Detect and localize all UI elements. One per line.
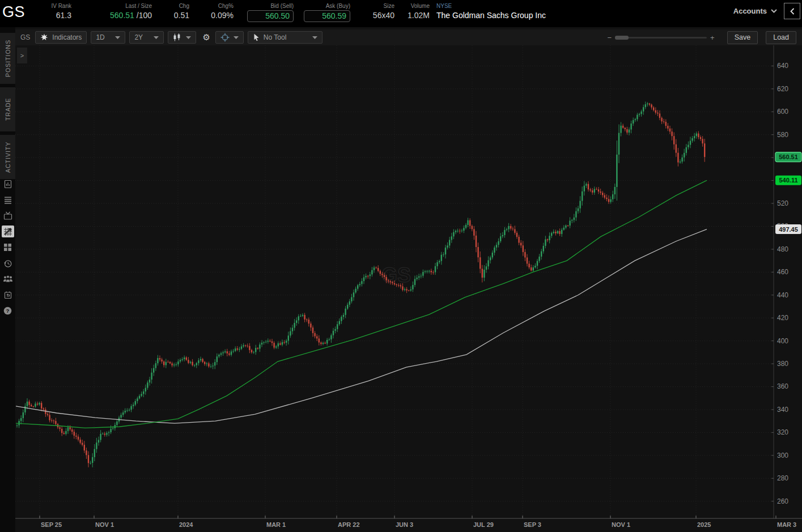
svg-text:APR 22: APR 22 [338,521,360,528]
zoom-out-button[interactable]: − [604,33,616,42]
svg-text:400: 400 [777,337,788,345]
save-button[interactable]: Save [727,31,758,44]
svg-text:?: ? [6,308,10,314]
company-name: The Goldman Sachs Group Inc [436,10,546,21]
volume-field: Volume 1.02M [399,2,430,21]
indicators-button[interactable]: Indicators [35,31,87,44]
svg-text:280: 280 [777,474,788,482]
iv-rank-label: IV Rank [51,2,71,10]
svg-text:640: 640 [777,62,788,70]
bid-price-box[interactable]: 560.50 [247,10,294,22]
follow-traders-icon[interactable] [2,273,14,285]
history-icon[interactable] [2,257,14,269]
chg-pct-field: Chg% 0.09% [189,2,234,21]
watchlist-icon[interactable] [2,194,14,206]
last-size-field: Last / Size 560.51 /100 [71,2,152,21]
chart-panel: GS Indicators 1D 2Y ⚙ [15,27,802,532]
bid-field: Bid (Sell) 560.50 [241,2,294,22]
gear-icon[interactable]: ⚙ [200,32,212,42]
chart-type-dropdown[interactable] [168,31,196,44]
zoom-in-button[interactable]: + [707,33,718,42]
svg-text:260: 260 [777,497,788,505]
svg-text:360: 360 [777,382,788,390]
zoom-control: − + [604,33,718,42]
svg-text:340: 340 [777,406,788,414]
company-field: NYSE The Goldman Sachs Group Inc [436,2,546,21]
tool-dropdown[interactable]: No Tool [248,31,323,44]
cursor-icon [253,33,260,41]
svg-text:NOV 1: NOV 1 [95,521,114,528]
svg-text:2024: 2024 [179,521,193,528]
iv-rank-value: 61.3 [56,10,71,21]
size-suffix: /100 [134,11,152,20]
svg-text:560.51: 560.51 [779,154,798,160]
ask-price-box[interactable]: 560.59 [304,10,350,22]
last-size-label: Last / Size [125,2,152,10]
quote-header: GS IV Rank 61.3 Last / Size 560.51 /100 … [0,0,802,27]
size-label: Size [384,2,394,10]
ask-label: Ask (Buy) [326,2,350,10]
candlestick-chart[interactable]: GS64062060058056054052050048046044042040… [15,45,802,532]
svg-text:480: 480 [777,245,788,253]
calendar-back-icon[interactable] [2,289,14,301]
ask-field: Ask (Buy) 560.59 [298,2,350,22]
svg-text:SEP 3: SEP 3 [524,521,541,528]
caret-down-icon [154,36,159,39]
caret-down-icon [234,36,239,39]
iv-rank-field: IV Rank 61.3 [35,2,71,21]
size-value: 56x40 [373,10,394,21]
sidebar-icon-column: ? [0,178,15,321]
svg-text:600: 600 [777,108,788,116]
svg-text:300: 300 [777,452,788,459]
crosshair-dropdown[interactable] [215,31,244,44]
crosshair-icon [220,33,230,42]
collapse-panel-button[interactable] [784,3,800,19]
svg-text:497.45: 497.45 [779,226,798,233]
svg-text:540.11: 540.11 [779,177,797,184]
chg-value: 0.51 [174,10,189,21]
svg-text:420: 420 [777,314,788,322]
svg-text:380: 380 [777,360,788,368]
chart-icon[interactable] [2,225,14,237]
svg-text:580: 580 [777,131,788,139]
chg-label: Chg [179,2,189,10]
svg-text:620: 620 [777,85,788,93]
load-button[interactable]: Load [766,31,796,44]
svg-text:520: 520 [777,199,788,207]
svg-text:MAR 1: MAR 1 [266,521,286,528]
svg-text:320: 320 [777,428,788,436]
svg-text:MAR 3: MAR 3 [777,521,796,528]
symbol-logo: GS [2,3,35,21]
indicators-icon [40,33,48,41]
zoom-slider[interactable] [615,37,707,39]
range-dropdown[interactable]: 2Y [129,31,164,44]
svg-text:GS: GS [381,263,411,287]
help-icon[interactable]: ? [2,305,14,317]
svg-text:460: 460 [777,268,788,276]
sidebar-tab-trade[interactable]: TRADE [0,87,15,131]
trading-platform-window: GS IV Rank 61.3 Last / Size 560.51 /100 … [0,0,802,532]
svg-text:SEP 25: SEP 25 [41,521,62,528]
timeframe-dropdown[interactable]: 1D [91,31,125,44]
grid-icon[interactable] [2,241,14,253]
range-value: 2Y [134,33,143,41]
bid-label: Bid (Sell) [270,2,294,10]
volume-value: 1.02M [408,10,430,21]
journal-chart-icon[interactable] [2,178,14,190]
left-sidebar: POSITIONS TRADE ACTIVITY [0,27,15,532]
accounts-dropdown[interactable]: Accounts [733,7,777,15]
chg-pct-label: Chg% [218,2,234,10]
toolbar-symbol-label: GS [20,33,30,41]
tv-icon[interactable] [2,210,14,222]
sidebar-tab-positions[interactable]: POSITIONS [0,33,15,84]
tool-value: No Tool [264,33,286,41]
chg-pct-value: 0.09% [211,10,234,21]
svg-text:NOV 1: NOV 1 [612,521,630,528]
sidebar-tab-activity[interactable]: ACTIVITY [0,135,15,179]
zoom-slider-handle[interactable] [615,36,629,40]
svg-text:JUL 29: JUL 29 [473,521,494,528]
svg-text:2025: 2025 [697,521,711,528]
chevron-left-icon [790,8,795,15]
last-value: 560.51 [110,11,134,20]
svg-text:440: 440 [777,291,788,299]
